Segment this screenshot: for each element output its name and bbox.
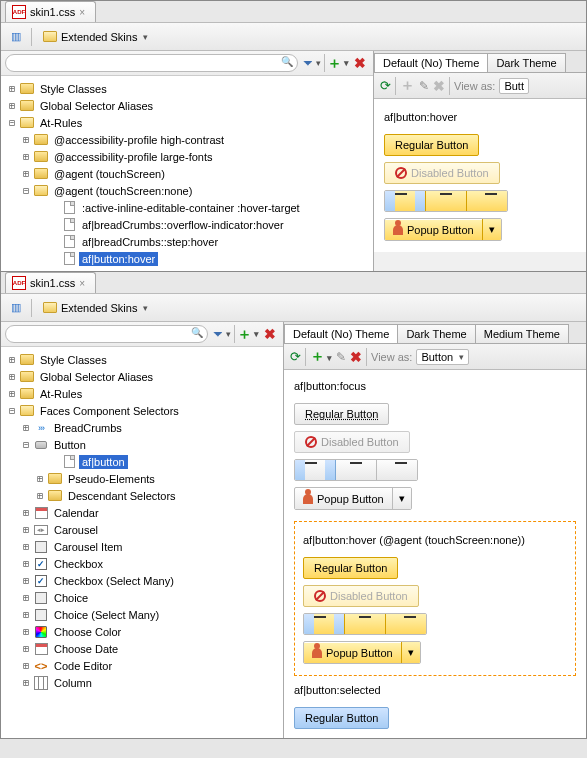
tree-node[interactable]: Style Classes bbox=[37, 82, 110, 96]
extended-skins-dropdown[interactable]: Extended Skins bbox=[38, 28, 153, 46]
tree-node[interactable]: Faces Component Selectors bbox=[37, 404, 182, 418]
tree-node[interactable]: :active-inline-editable-container :hover… bbox=[79, 201, 303, 215]
tree-toolbar: ⏷ ＋ ✖ bbox=[1, 51, 373, 76]
tree-node[interactable]: Choice bbox=[51, 591, 91, 605]
theme-tab[interactable]: Dark Theme bbox=[487, 53, 565, 72]
refresh-icon[interactable]: ⟳ bbox=[380, 78, 391, 93]
expand-icon[interactable] bbox=[5, 100, 19, 111]
panel-toggle-icon[interactable]: ▥ bbox=[7, 28, 25, 46]
expand-icon[interactable] bbox=[5, 354, 19, 365]
add-icon[interactable]: ＋ bbox=[310, 347, 332, 366]
delete-icon[interactable]: ✖ bbox=[350, 349, 362, 365]
expand-icon[interactable] bbox=[19, 609, 33, 620]
expand-icon[interactable] bbox=[19, 626, 33, 637]
expand-icon[interactable] bbox=[33, 490, 47, 501]
tree-node[interactable]: Code Editor bbox=[51, 659, 115, 673]
add-icon[interactable]: ＋ bbox=[400, 76, 415, 95]
expand-icon[interactable] bbox=[19, 151, 33, 162]
view-as-select[interactable]: Butt bbox=[499, 78, 529, 94]
tree-node[interactable]: af|breadCrumbs::step:hover bbox=[79, 235, 221, 249]
tree-node[interactable]: Column bbox=[51, 676, 95, 690]
theme-tab[interactable]: Default (No) Theme bbox=[284, 324, 398, 343]
tree-node[interactable]: @agent (touchScreen:none) bbox=[51, 184, 195, 198]
theme-tab[interactable]: Default (No) Theme bbox=[374, 53, 488, 72]
popup-button-preview[interactable]: Popup Button▾ bbox=[303, 641, 421, 664]
filter-button[interactable]: ⏷ bbox=[302, 54, 320, 72]
toggle-group-preview[interactable] bbox=[384, 190, 508, 212]
delete-icon[interactable]: ✖ bbox=[433, 78, 445, 94]
collapse-icon[interactable] bbox=[19, 439, 33, 450]
popup-button-preview[interactable]: Popup Button▾ bbox=[294, 487, 412, 510]
expand-icon[interactable] bbox=[19, 575, 33, 586]
tree-node[interactable]: Button bbox=[51, 438, 89, 452]
close-icon[interactable]: × bbox=[79, 278, 85, 289]
add-button[interactable]: ＋ bbox=[239, 325, 257, 343]
tree-node[interactable]: Carousel Item bbox=[51, 540, 125, 554]
tree-node[interactable]: At-Rules bbox=[37, 387, 85, 401]
search-input[interactable] bbox=[5, 54, 298, 72]
expand-icon[interactable] bbox=[19, 677, 33, 688]
expand-icon[interactable] bbox=[19, 524, 33, 535]
expand-icon[interactable] bbox=[5, 83, 19, 94]
search-input[interactable] bbox=[5, 325, 208, 343]
expand-icon[interactable] bbox=[19, 660, 33, 671]
add-button[interactable]: ＋ bbox=[329, 54, 347, 72]
toggle-group-preview[interactable] bbox=[303, 613, 427, 635]
disabled-button-preview: Disabled Button bbox=[384, 162, 500, 184]
tree-node[interactable]: Checkbox (Select Many) bbox=[51, 574, 177, 588]
regular-button-preview[interactable]: Regular Button bbox=[294, 403, 389, 425]
edit-icon[interactable]: ✎ bbox=[419, 79, 429, 93]
close-icon[interactable]: × bbox=[79, 7, 85, 18]
delete-button[interactable]: ✖ bbox=[351, 54, 369, 72]
tree-node-selected[interactable]: af|button bbox=[79, 455, 128, 469]
regular-button-preview[interactable]: Regular Button bbox=[294, 707, 389, 729]
expand-icon[interactable] bbox=[5, 388, 19, 399]
filter-button[interactable]: ⏷ bbox=[212, 325, 230, 343]
expand-icon[interactable] bbox=[19, 558, 33, 569]
tree-node[interactable]: Choose Color bbox=[51, 625, 124, 639]
expand-icon[interactable] bbox=[19, 134, 33, 145]
tree-node[interactable]: Checkbox bbox=[51, 557, 106, 571]
collapse-icon[interactable] bbox=[5, 405, 19, 416]
file-tab[interactable]: ADF skin1.css × bbox=[5, 272, 96, 293]
expand-icon[interactable] bbox=[19, 643, 33, 654]
popup-button-preview[interactable]: Popup Button▾ bbox=[384, 218, 502, 241]
theme-tab[interactable]: Medium Theme bbox=[475, 324, 569, 343]
tree-node[interactable]: BreadCrumbs bbox=[51, 421, 125, 435]
edit-icon[interactable]: ✎ bbox=[336, 350, 346, 364]
file-tab[interactable]: ADF skin1.css × bbox=[5, 1, 96, 22]
view-as-select[interactable]: Button bbox=[416, 349, 469, 365]
expand-icon[interactable] bbox=[19, 168, 33, 179]
expand-icon[interactable] bbox=[33, 473, 47, 484]
collapse-icon[interactable] bbox=[5, 117, 19, 128]
panel-toggle-icon[interactable]: ▥ bbox=[7, 299, 25, 317]
tree-node[interactable]: Calendar bbox=[51, 506, 102, 520]
tree-node[interactable]: @accessibility-profile large-fonts bbox=[51, 150, 216, 164]
extended-skins-dropdown[interactable]: Extended Skins bbox=[38, 299, 153, 317]
collapse-icon[interactable] bbox=[19, 185, 33, 196]
expand-icon[interactable] bbox=[19, 507, 33, 518]
tree-node[interactable]: Descendant Selectors bbox=[65, 489, 179, 503]
expand-icon[interactable] bbox=[5, 371, 19, 382]
tree-node[interactable]: Style Classes bbox=[37, 353, 110, 367]
regular-button-preview[interactable]: Regular Button bbox=[303, 557, 398, 579]
tree-node[interactable]: af|breadCrumbs::overflow-indicator:hover bbox=[79, 218, 287, 232]
theme-tab[interactable]: Dark Theme bbox=[397, 324, 475, 343]
toggle-group-preview[interactable] bbox=[294, 459, 418, 481]
tree-node[interactable]: Global Selector Aliases bbox=[37, 370, 156, 384]
delete-button[interactable]: ✖ bbox=[261, 325, 279, 343]
tree-node[interactable]: At-Rules bbox=[37, 116, 85, 130]
expand-icon[interactable] bbox=[19, 422, 33, 433]
tree-node[interactable]: Global Selector Aliases bbox=[37, 99, 156, 113]
expand-icon[interactable] bbox=[19, 541, 33, 552]
tree-node[interactable]: Choice (Select Many) bbox=[51, 608, 162, 622]
regular-button-preview[interactable]: Regular Button bbox=[384, 134, 479, 156]
tree-node-selected[interactable]: af|button:hover bbox=[79, 252, 158, 266]
refresh-icon[interactable]: ⟳ bbox=[290, 349, 301, 364]
tree-node[interactable]: @agent (touchScreen) bbox=[51, 167, 168, 181]
tree-node[interactable]: Pseudo-Elements bbox=[65, 472, 158, 486]
expand-icon[interactable] bbox=[19, 592, 33, 603]
tree-node[interactable]: Carousel bbox=[51, 523, 101, 537]
tree-node[interactable]: @accessibility-profile high-contrast bbox=[51, 133, 227, 147]
tree-node[interactable]: Choose Date bbox=[51, 642, 121, 656]
